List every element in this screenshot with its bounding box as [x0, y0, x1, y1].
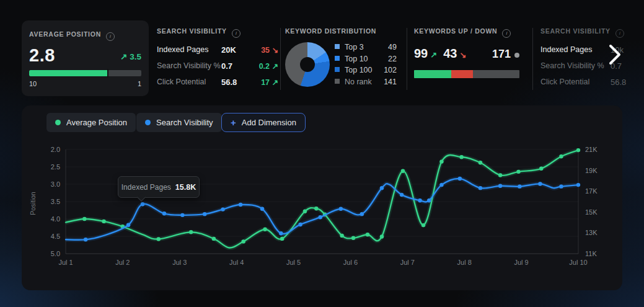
bar-down-segment	[451, 70, 474, 78]
plus-icon: +	[231, 117, 236, 128]
delta-value: 0.2	[259, 62, 270, 71]
legend-swatch	[335, 67, 340, 72]
legend-item-norank[interactable]: No rank 141	[335, 78, 397, 86]
legend-label: Top 100	[345, 66, 372, 74]
average-position-delta: ↗ 3.5	[120, 51, 141, 61]
legend-item-top10[interactable]: Top 10 22	[335, 55, 397, 63]
card-divider	[532, 28, 533, 90]
card-title: AVERAGE POSITION	[29, 30, 101, 38]
chip-label: Add Dimension	[242, 118, 296, 127]
metric-label: Search Visibility %	[540, 61, 604, 70]
card-title: SEARCH VISIBILITY	[157, 27, 227, 35]
series-dot-icon	[55, 120, 61, 125]
legend-label: Top 10	[345, 55, 368, 63]
series-dot-icon	[145, 120, 151, 125]
metric-label: Click Potential	[157, 78, 206, 86]
metric-label: Search Visibility %	[157, 61, 221, 70]
card-title: KEYWORDS UP / DOWN	[414, 27, 497, 35]
delta-arrow-icon: ↘	[272, 46, 278, 55]
legend-swatch	[335, 56, 340, 61]
keywords-up-down-values: 99↗43↘ 171	[414, 47, 519, 61]
card-title: SEARCH VISIBILITY	[540, 27, 611, 35]
card-title-row: AVERAGE POSITIONi	[29, 28, 141, 41]
average-position-value: 2.8	[29, 45, 55, 65]
delta-value: 35	[261, 46, 270, 55]
keywords-up-count: 99	[414, 47, 428, 60]
down-arrow-icon: ↘	[459, 50, 466, 60]
metric-label: Indexed Pages	[540, 45, 592, 54]
donut-hole	[300, 57, 315, 72]
position-scale-fill	[29, 70, 108, 76]
delta-value: 17	[261, 78, 270, 87]
metric-label: Click Potential	[540, 78, 589, 86]
card-divider	[280, 28, 281, 90]
metric-value: 20K	[221, 45, 236, 55]
info-icon[interactable]: i	[232, 29, 240, 38]
chip-label: Average Position	[66, 118, 127, 127]
card-title: KEYWORD DISTRIBUTION	[285, 27, 376, 35]
legend-swatch	[335, 79, 340, 84]
tooltip-caret	[137, 193, 146, 202]
legend-chip-search-visibility[interactable]: Search Visibility	[136, 113, 222, 132]
scale-worst: 10	[29, 80, 37, 87]
legend-value: 49	[388, 43, 397, 51]
keywords-down-count: 43	[443, 47, 457, 60]
metric-delta: 17 ↗	[261, 78, 278, 87]
legend-value: 141	[384, 78, 397, 86]
keywords-neutral: 171	[492, 48, 519, 61]
keywords-neutral-count: 171	[492, 48, 511, 60]
carousel-next-button[interactable]	[603, 42, 624, 67]
legend-value: 102	[384, 66, 397, 74]
legend-swatch	[335, 44, 340, 49]
legend-value: 22	[388, 55, 397, 63]
position-scale-notch	[107, 69, 108, 78]
metric-delta: 35 ↘	[261, 45, 278, 55]
chevron-right-icon	[603, 42, 624, 67]
legend-chip-average-position[interactable]: Average Position	[46, 113, 136, 132]
chip-label: Search Visibility	[156, 118, 213, 127]
position-scale-bar	[29, 70, 141, 76]
add-dimension-button[interactable]: + Add Dimension	[221, 113, 306, 132]
info-icon[interactable]: i	[502, 29, 511, 38]
tooltip-value: 15.8K	[175, 183, 196, 192]
info-icon[interactable]: i	[615, 29, 624, 38]
legend-item-top3[interactable]: Top 3 49	[335, 43, 397, 51]
average-position-value-row: 2.8 ↗ 3.5	[29, 45, 141, 66]
neutral-dot-icon	[514, 53, 519, 58]
delta-arrow-icon: ↗	[272, 78, 278, 87]
tooltip-label: Indexed Pages	[121, 183, 171, 192]
metric-value: 56.8	[221, 78, 237, 87]
card-search-visibility: SEARCH VISIBILITYi Indexed Pages 20K 35 …	[157, 25, 281, 96]
bar-up-segment	[414, 70, 451, 78]
info-icon[interactable]: i	[106, 32, 115, 41]
metric-value: 0.7	[221, 61, 232, 71]
metric-delta: 0.2 ↗	[259, 61, 278, 71]
card-divider	[407, 28, 407, 90]
metric-label: Indexed Pages	[157, 45, 208, 54]
metric-row-click-potential[interactable]: Click Potential 56.8 17 ↗	[157, 78, 278, 87]
scale-best: 1	[138, 80, 141, 87]
keywords-up-down-bar	[414, 70, 519, 78]
legend-item-top100[interactable]: Top 100 102	[335, 66, 397, 74]
delta-arrow-icon: ↗	[120, 52, 127, 61]
metric-value: 56.8	[611, 78, 626, 87]
metric-row-indexed-pages[interactable]: Indexed Pages 10k	[540, 45, 644, 55]
card-search-visibility-next: SEARCH VISIBILITYi Indexed Pages 10k Sea…	[540, 25, 644, 96]
bar-neutral-segment	[473, 70, 519, 78]
metric-row-search-visibility-pct[interactable]: Search Visibility % 0.7	[540, 61, 644, 71]
trend-chart-panel: Average Position Search Visibility + Add…	[22, 105, 622, 290]
legend-label: Top 3	[345, 43, 364, 51]
card-keyword-distribution: KEYWORD DISTRIBUTION Top 3 49 Top 10 22 …	[285, 25, 403, 96]
metric-row-click-potential[interactable]: Click Potential 56.8	[540, 78, 644, 87]
card-keywords-up-down: KEYWORDS UP / DOWNi 99↗43↘ 171	[414, 25, 526, 96]
card-average-position: AVERAGE POSITIONi 2.8 ↗ 3.5 10 1	[22, 20, 149, 96]
legend-label: No rank	[345, 78, 372, 86]
delta-value: 3.5	[130, 52, 141, 61]
chart-tooltip: Indexed Pages 15.8K	[118, 176, 200, 198]
position-scale-labels: 10 1	[29, 80, 141, 87]
delta-arrow-icon: ↗	[272, 62, 278, 71]
metric-row-search-visibility-pct[interactable]: Search Visibility % 0.7 0.2 ↗	[157, 61, 278, 71]
metric-row-indexed-pages[interactable]: Indexed Pages 20K 35 ↘	[157, 45, 278, 55]
up-arrow-icon: ↗	[430, 50, 437, 60]
